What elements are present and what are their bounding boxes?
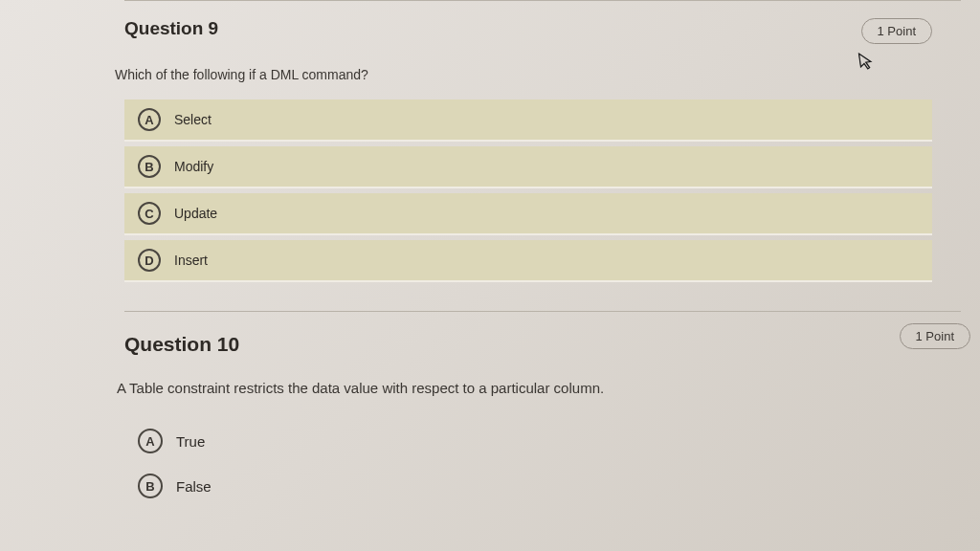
option-a-q10[interactable]: A True xyxy=(124,421,932,461)
option-letter-c: C xyxy=(138,202,161,225)
divider-top xyxy=(124,0,961,1)
question-9-header: Question 9 1 Point xyxy=(124,18,932,44)
option-b[interactable]: B Modify xyxy=(124,146,932,188)
question-9-points: 1 Point xyxy=(861,18,932,44)
question-9-prompt: Which of the following if a DML command? xyxy=(115,67,932,82)
option-text-c: Update xyxy=(174,206,217,221)
option-letter-b: B xyxy=(138,155,161,178)
option-letter-a: A xyxy=(138,108,161,131)
option-b-q10[interactable]: B False xyxy=(124,466,932,506)
option-d[interactable]: D Insert xyxy=(124,240,932,282)
option-text-d: Insert xyxy=(174,253,208,268)
question-10-block: Question 10 1 Point A Table constraint r… xyxy=(124,333,932,506)
option-text-a: Select xyxy=(174,112,212,127)
question-10-header: Question 10 1 Point xyxy=(124,333,932,359)
option-text-a-q10: True xyxy=(176,433,205,450)
question-10-options: A True B False xyxy=(124,421,932,506)
option-letter-d: D xyxy=(138,249,161,272)
question-9-block: Question 9 1 Point Which of the followin… xyxy=(124,18,932,282)
option-a[interactable]: A Select xyxy=(124,99,932,142)
option-text-b: Modify xyxy=(174,159,213,174)
question-10-prompt: A Table constraint restricts the data va… xyxy=(117,380,932,396)
option-text-b-q10: False xyxy=(176,478,212,495)
option-letter-b-q10: B xyxy=(138,474,163,498)
option-c[interactable]: C Update xyxy=(124,193,932,235)
question-9-title: Question 9 xyxy=(124,18,218,39)
divider-mid xyxy=(124,311,961,312)
question-9-options: A Select B Modify C Update D Insert xyxy=(124,99,932,282)
question-10-title: Question 10 xyxy=(124,333,239,356)
question-10-points: 1 Point xyxy=(900,323,970,349)
option-letter-a-q10: A xyxy=(138,429,163,453)
